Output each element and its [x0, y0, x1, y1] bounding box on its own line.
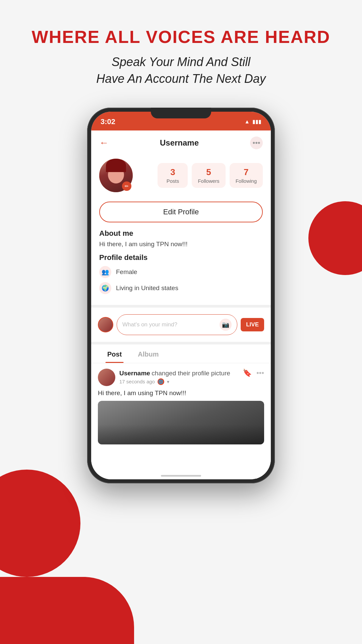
section-divider-2: [91, 342, 271, 344]
section-divider-1: [91, 305, 271, 308]
profile-details-title: Profile details: [99, 253, 263, 262]
about-title: About me: [99, 229, 263, 238]
phone-screen: 3:02 ▲ ▮▮▮ ← Username •••: [91, 112, 271, 479]
home-indicator: [161, 475, 201, 477]
wifi-icon: ▲: [244, 119, 250, 125]
bookmark-icon[interactable]: 🔖: [243, 369, 252, 377]
post-user-info: Username changed their profile picture 1…: [98, 369, 230, 386]
post-card: Username changed their profile picture 1…: [91, 363, 271, 450]
post-more-icon[interactable]: •••: [256, 369, 264, 377]
bg-decoration-bottom: [0, 577, 134, 644]
tabs-row: Post Album: [91, 346, 271, 363]
status-icons: ▲ ▮▮▮: [244, 118, 261, 125]
screen-content: ← Username ••• ✏ 3 Posts: [91, 130, 271, 479]
post-time-row: 17 seconds ago 🌐 ▾: [119, 378, 230, 385]
gender-text: Female: [116, 268, 137, 276]
nav-title: Username: [160, 138, 199, 148]
phone-mockup: 3:02 ▲ ▮▮▮ ← Username •••: [0, 108, 362, 483]
post-time: 17 seconds ago: [119, 379, 155, 384]
gender-icon: 👥: [99, 266, 111, 278]
following-count: 7: [236, 167, 257, 177]
chevron-down-icon: ▾: [167, 379, 169, 384]
location-text: Living in United states: [116, 284, 178, 292]
post-input-area: What's on your mind? 📷 LIVE: [91, 309, 271, 340]
post-placeholder: What's on your mind?: [122, 321, 177, 328]
post-image: [98, 401, 264, 444]
tab-post[interactable]: Post: [99, 346, 130, 363]
following-label: Following: [236, 178, 257, 184]
post-avatar: [98, 369, 115, 386]
post-action: changed their profile picture: [152, 370, 230, 377]
location-detail: 🌍 Living in United states: [99, 282, 263, 294]
back-button[interactable]: ←: [99, 138, 109, 148]
bg-decoration-left: [0, 470, 80, 577]
edit-avatar-button[interactable]: ✏: [122, 181, 131, 191]
globe-icon: 🌐: [158, 378, 164, 385]
page-header: WHERE ALL VOICES ARE HEARD Speak Your Mi…: [0, 0, 362, 101]
edit-profile-button[interactable]: Edit Profile: [99, 202, 263, 222]
avatar-container: ✏: [99, 159, 133, 192]
post-input-box[interactable]: What's on your mind? 📷: [117, 314, 237, 335]
location-icon: 🌍: [99, 282, 111, 294]
sub-headline: Speak Your Mind And Still Have An Accoun…: [0, 54, 362, 88]
live-button[interactable]: LIVE: [241, 318, 264, 331]
post-username: Username: [119, 370, 150, 377]
followers-label: Followers: [198, 178, 219, 184]
profile-section: ✏ 3 Posts 5 Followers 7 Follo: [91, 155, 271, 199]
camera-icon[interactable]: 📷: [220, 319, 232, 331]
status-time: 3:02: [101, 117, 115, 126]
posts-count: 3: [164, 167, 182, 177]
battery-icon: ▮▮▮: [252, 118, 261, 125]
posts-label: Posts: [164, 178, 182, 184]
posts-stat[interactable]: 3 Posts: [158, 163, 188, 188]
nav-bar: ← Username •••: [91, 130, 271, 155]
followers-count: 5: [198, 167, 219, 177]
followers-stat[interactable]: 5 Followers: [192, 163, 225, 188]
phone-outer: 3:02 ▲ ▮▮▮ ← Username •••: [87, 108, 275, 483]
main-headline: WHERE ALL VOICES ARE HEARD: [0, 27, 362, 47]
phone-notch: [151, 108, 211, 118]
stats-row: 3 Posts 5 Followers 7 Following: [139, 163, 263, 188]
about-text: Hi there, I am using TPN now!!!: [99, 240, 263, 248]
about-section: About me Hi there, I am using TPN now!!!…: [91, 229, 271, 304]
post-header: Username changed their profile picture 1…: [98, 369, 264, 386]
post-content: Hi there, I am using TPN now!!!: [98, 389, 264, 397]
gender-detail: 👥 Female: [99, 266, 263, 278]
post-meta: Username changed their profile picture 1…: [119, 370, 230, 385]
mini-avatar: [98, 317, 113, 332]
post-username-line: Username changed their profile picture: [119, 370, 230, 377]
more-options-button[interactable]: •••: [250, 137, 263, 149]
following-stat[interactable]: 7 Following: [230, 163, 263, 188]
post-action-icons: 🔖 •••: [243, 369, 264, 377]
tab-album[interactable]: Album: [130, 346, 167, 363]
